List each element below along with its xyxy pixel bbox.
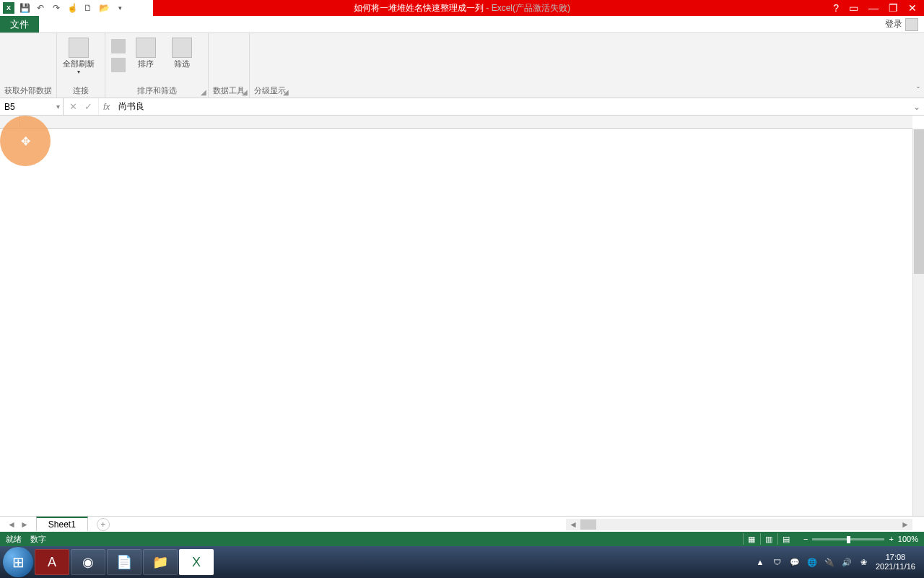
task-word[interactable]: 📄 [107,549,141,575]
formula-input[interactable]: 尚书良 [114,98,910,115]
name-box[interactable]: B5 [0,98,64,115]
sort-button[interactable]: 排序 [128,35,163,68]
dialog-launcher-icon[interactable]: ◢ [242,88,248,96]
file-tab[interactable]: 文件 [0,16,39,33]
vertical-scrollbar[interactable] [912,129,924,516]
cursor-highlight: ✥ [0,116,51,166]
system-tray[interactable]: ▲ 🛡 💬 🌐 🔌 🔊 ❀ 17:082021/11/16 [754,553,921,571]
spreadsheet-grid[interactable]: ✥ [0,116,924,516]
sort-az-button[interactable] [111,39,126,53]
sheet-tab[interactable]: Sheet1 [36,517,88,531]
formula-bar: B5 ✕ ✓ fx 尚书良 ⌄ [0,98,924,116]
window-controls: ? ▭ — ❐ ✕ [833,2,924,14]
task-explorer[interactable]: 📁 [143,549,178,575]
task-autocad[interactable]: A [35,549,69,575]
tray-network-icon: 🌐 [806,556,818,568]
tray-app-icon: ❀ [858,556,870,568]
page-layout-view-icon[interactable]: ▥ [760,533,777,545]
menu-bar: 文件 登录 [0,16,924,33]
refresh-all-button[interactable]: 全部刷新▾ [61,35,96,76]
add-sheet-button[interactable]: + [97,518,110,531]
ribbon: 获取外部数据 全部刷新▾ 连接 排序 筛选 排序和筛选 ◢ 数据工具 ◢ 分级 [0,33,924,98]
tray-clock[interactable]: 17:082021/11/16 [876,553,915,571]
expand-formula-bar-icon[interactable]: ⌄ [910,98,924,115]
ribbon-group-external-data: 获取外部数据 [0,33,57,98]
undo-icon[interactable]: ↶ [35,2,46,14]
avatar-icon [905,18,918,31]
status-bar: 就绪 数字 ▦ ▥ ▤ −+ 100% [0,532,924,546]
ribbon-options-icon[interactable]: ▭ [849,2,858,14]
windows-taskbar: ⊞ A ◉ 📄 📁 X ▲ 🛡 💬 🌐 🔌 🔊 ❀ 17:082021/11/1… [0,546,924,578]
column-headers[interactable] [20,116,912,129]
window-title: 如何将一堆堆姓名快速整理成一列 - Excel(产品激活失败) [354,2,570,14]
horizontal-scrollbar[interactable]: ◄ ► [566,519,912,530]
status-mode: 数字 [30,534,46,545]
formula-controls: ✕ ✓ [64,98,99,115]
tray-chat-icon: 💬 [789,556,801,568]
title-bar: X 💾 ↶ ↷ ☝ 🗋 📂 ▾ 如何将一堆堆姓名快速整理成一列 - Excel(… [0,0,924,16]
tray-up-icon: ▲ [754,556,766,568]
fx-icon[interactable]: fx [99,98,114,115]
tray-shield-icon: 🛡 [772,556,783,568]
open-icon[interactable]: 📂 [98,2,110,14]
touch-icon[interactable]: ☝ [66,2,78,14]
task-browser[interactable]: ◉ [71,549,105,575]
ribbon-group-data-tools: 数据工具 ◢ [209,33,250,98]
ribbon-group-connections: 全部刷新▾ 连接 [57,33,105,98]
collapse-ribbon-icon[interactable]: ˇ [917,86,920,96]
sort-za-button[interactable] [111,58,126,72]
minimize-icon[interactable]: — [868,2,879,14]
filter-button[interactable]: 筛选 [165,35,199,68]
tray-power-icon: 🔌 [824,556,835,568]
page-break-view-icon[interactable]: ▤ [777,533,795,545]
dialog-launcher-icon[interactable]: ◢ [283,88,289,96]
dialog-launcher-icon[interactable]: ◢ [201,88,206,96]
status-ready: 就绪 [6,534,22,545]
tray-volume-icon: 🔊 [841,556,853,568]
close-icon[interactable]: ✕ [908,2,917,14]
new-icon[interactable]: 🗋 [82,2,94,14]
sheet-tab-bar: ◄► Sheet1 + ◄ ► [0,516,924,532]
ribbon-group-outline: 分级显示 ◢ [250,33,290,98]
cancel-formula-icon[interactable]: ✕ [69,101,77,112]
accept-formula-icon[interactable]: ✓ [84,101,92,112]
restore-icon[interactable]: ❐ [889,2,898,14]
redo-icon[interactable]: ↷ [51,2,62,14]
zoom-control[interactable]: −+ 100% [803,535,918,543]
qat-more-icon[interactable]: ▾ [114,2,126,14]
task-excel[interactable]: X [179,549,214,575]
excel-icon: X [3,2,14,14]
quick-access-toolbar: X 💾 ↶ ↷ ☝ 🗋 📂 ▾ [0,0,153,16]
login-button[interactable]: 登录 [879,16,924,33]
cells-area[interactable] [20,129,912,516]
help-icon[interactable]: ? [833,2,839,14]
ribbon-group-sort-filter: 排序 筛选 排序和筛选 ◢ [105,33,209,98]
sheet-nav[interactable]: ◄► [0,519,36,530]
start-button[interactable]: ⊞ [3,547,33,577]
save-icon[interactable]: 💾 [19,2,30,14]
normal-view-icon[interactable]: ▦ [743,533,760,545]
